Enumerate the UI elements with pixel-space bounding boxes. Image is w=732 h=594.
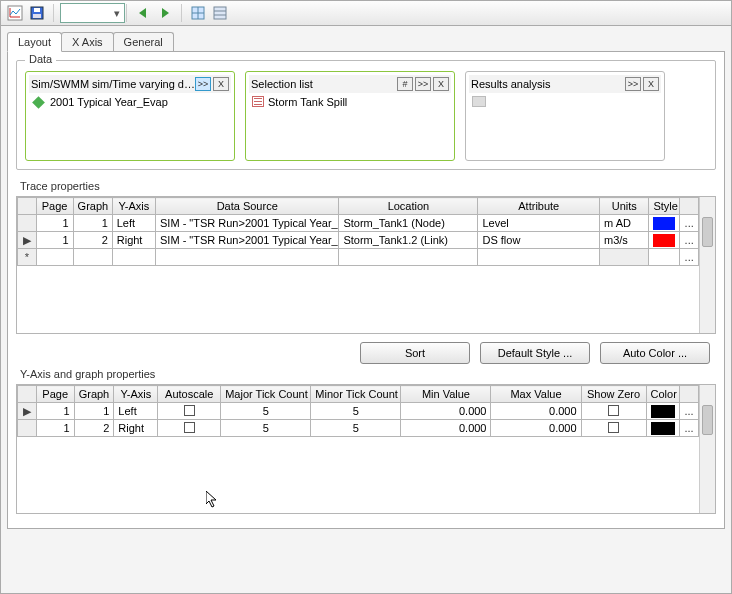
next-icon[interactable] (155, 3, 175, 23)
th-attribute[interactable]: Attribute (478, 198, 600, 215)
toolbar: ▾ (1, 1, 731, 26)
app-window: ▾ Layout X Axis General Data Sim/SWMM si… (0, 0, 732, 594)
tab-layout[interactable]: Layout (7, 32, 62, 52)
color-dots[interactable]: ... (680, 420, 699, 437)
yth-autoscale[interactable]: Autoscale (158, 386, 221, 403)
diamond-icon (32, 96, 45, 109)
data-fieldset: Data Sim/SWMM sim/Time varying data >> X… (16, 60, 716, 170)
autoscale-checkbox[interactable] (184, 405, 195, 416)
yth-graph[interactable]: Graph (74, 386, 114, 403)
res-panel-arrow[interactable]: >> (625, 77, 641, 91)
trace-grid-wrap: Page Graph Y-Axis Data Source Location A… (16, 196, 716, 334)
res-panel-close[interactable]: X (643, 77, 659, 91)
yaxis-label: Y-Axis and graph properties (20, 368, 716, 380)
list-item-icon (252, 96, 264, 107)
autoscale-checkbox[interactable] (184, 422, 195, 433)
data-legend: Data (25, 53, 56, 65)
tab-content: Data Sim/SWMM sim/Time varying data >> X… (7, 51, 725, 529)
sort-button[interactable]: Sort (360, 342, 470, 364)
yth-minor[interactable]: Minor Tick Count (311, 386, 401, 403)
svg-rect-4 (34, 8, 40, 12)
color-swatch[interactable] (651, 405, 676, 418)
sel-panel-item[interactable]: Storm Tank Spill (268, 96, 347, 108)
table-row[interactable]: 12Right550.0000.000... (18, 420, 699, 437)
th-location[interactable]: Location (339, 198, 478, 215)
prev-icon[interactable] (133, 3, 153, 23)
th-graph[interactable]: Graph (73, 198, 112, 215)
sel-panel-hash[interactable]: # (397, 77, 413, 91)
svg-rect-5 (33, 14, 41, 18)
auto-color-button[interactable]: Auto Color ... (600, 342, 710, 364)
table-row[interactable]: ▶11Left550.0000.000... (18, 403, 699, 420)
yth-min[interactable]: Min Value (401, 386, 491, 403)
th-yaxis[interactable]: Y-Axis (112, 198, 155, 215)
table-row[interactable]: ▶12RightSIM - "TSR Run>2001 Typical Year… (18, 232, 699, 249)
sim-panel-item[interactable]: 2001 Typical Year_Evap (50, 96, 168, 108)
grid-icon[interactable] (188, 3, 208, 23)
yaxis-scrollbar[interactable] (699, 385, 715, 513)
sel-panel-arrow[interactable]: >> (415, 77, 431, 91)
sim-panel-arrow[interactable]: >> (195, 77, 211, 91)
yaxis-grid[interactable]: Page Graph Y-Axis Autoscale Major Tick C… (17, 385, 699, 437)
table-row[interactable]: 11LeftSIM - "TSR Run>2001 Typical Year_E… (18, 215, 699, 232)
yaxis-grid-wrap: Page Graph Y-Axis Autoscale Major Tick C… (16, 384, 716, 514)
th-style[interactable]: Style (649, 198, 680, 215)
showzero-checkbox[interactable] (608, 422, 619, 433)
save-icon[interactable] (27, 3, 47, 23)
empty-chip-icon (472, 96, 486, 107)
sim-panel-title: Sim/SWMM sim/Time varying data (31, 78, 195, 90)
graph-icon[interactable] (5, 3, 25, 23)
showzero-checkbox[interactable] (608, 405, 619, 416)
tab-xaxis[interactable]: X Axis (61, 32, 114, 51)
yth-color[interactable]: Color (646, 386, 680, 403)
sel-panel-title: Selection list (251, 78, 397, 90)
yth-page[interactable]: Page (36, 386, 74, 403)
trace-scrollbar[interactable] (699, 197, 715, 333)
color-swatch[interactable] (651, 422, 676, 435)
new-row[interactable]: *... (18, 249, 699, 266)
svg-rect-11 (214, 7, 226, 19)
yth-major[interactable]: Major Tick Count (221, 386, 311, 403)
style-dots[interactable]: ... (680, 249, 699, 266)
trace-grid[interactable]: Page Graph Y-Axis Data Source Location A… (17, 197, 699, 266)
th-source[interactable]: Data Source (156, 198, 339, 215)
tabstrip: Layout X Axis General (7, 32, 731, 51)
color-swatch[interactable] (653, 217, 675, 230)
yth-max[interactable]: Max Value (491, 386, 581, 403)
selection-panel[interactable]: Selection list # >> X Storm Tank Spill (245, 71, 455, 161)
default-style-button[interactable]: Default Style ... (480, 342, 590, 364)
res-panel-title: Results analysis (471, 78, 625, 90)
th-page[interactable]: Page (36, 198, 73, 215)
style-dots[interactable]: ... (680, 232, 699, 249)
th-units[interactable]: Units (600, 198, 649, 215)
yth-zero[interactable]: Show Zero (581, 386, 646, 403)
svg-marker-6 (139, 8, 146, 18)
yth-yaxis[interactable]: Y-Axis (114, 386, 158, 403)
tab-general[interactable]: General (113, 32, 174, 51)
list-icon[interactable] (210, 3, 230, 23)
svg-marker-7 (162, 8, 169, 18)
sim-data-panel[interactable]: Sim/SWMM sim/Time varying data >> X 2001… (25, 71, 235, 161)
results-panel[interactable]: Results analysis >> X (465, 71, 665, 161)
sim-panel-close[interactable]: X (213, 77, 229, 91)
sel-panel-close[interactable]: X (433, 77, 449, 91)
color-swatch[interactable] (653, 234, 675, 247)
color-dots[interactable]: ... (680, 403, 699, 420)
trace-label: Trace properties (20, 180, 716, 192)
style-dots[interactable]: ... (680, 215, 699, 232)
